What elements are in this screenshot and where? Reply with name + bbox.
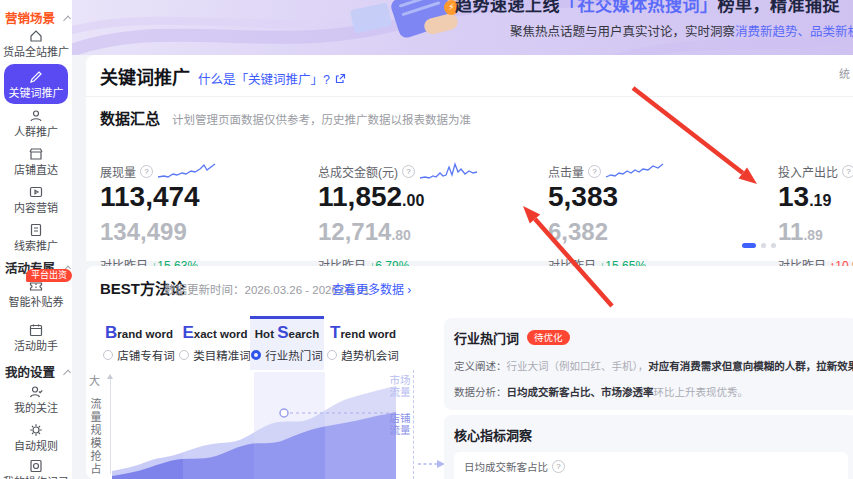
- home-icon: [28, 28, 44, 44]
- view-more-data-link[interactable]: 查看更多数据 ›: [332, 280, 411, 297]
- platform-funded-badge: 平台出资: [26, 269, 72, 282]
- definition-line: 定义阐述：行业大词（例如口红、手机），对应有消费需求但意向模糊的人群，拉新效果显…: [454, 358, 848, 373]
- info-icon[interactable]: ?: [588, 165, 601, 178]
- what-is-keyword-promotion-link[interactable]: 什么是「关键词推广」?: [198, 69, 346, 88]
- external-link-icon: [334, 73, 346, 85]
- sidebar-item-operation-log[interactable]: 我的操作记录: [0, 458, 72, 479]
- metric-impressions: 展现量? 113,474 134,499 对比昨日 ↓15.63%: [100, 161, 325, 273]
- traffic-area-chart: [112, 372, 396, 479]
- sidebar-item-leads-promotion[interactable]: 线索推广: [0, 222, 72, 253]
- sidebar-item-content-marketing[interactable]: 内容营销: [0, 184, 72, 215]
- gear-icon: [28, 422, 44, 438]
- core-panel-title: 核心指标洞察: [454, 425, 532, 444]
- to-optimize-badge: 待优化: [527, 330, 570, 345]
- shop-icon: [28, 146, 44, 162]
- sidebar-group-marketing-scenes[interactable]: 营销场景: [5, 8, 69, 27]
- radio-unselected[interactable]: [327, 350, 337, 360]
- tab-trend-word[interactable]: Trend word 趋势机会词: [326, 316, 400, 370]
- y-axis-title: 流量规模抢占: [87, 398, 103, 476]
- banner-title: 趋势速递上线「社交媒体热搜词」榜单，精准捕捉: [455, 0, 840, 16]
- page-title: 关键词推广: [100, 63, 190, 89]
- info-icon[interactable]: ?: [402, 165, 415, 178]
- sidebar-item-auto-rules[interactable]: 自动规则: [0, 422, 72, 453]
- info-icon[interactable]: ?: [552, 460, 565, 473]
- keyword-promotion-dashboard: ⚡ 趋势速递上线「社交媒体热搜词」榜单，精准捕捉 聚焦热点话题与用户真实讨论，实…: [0, 0, 853, 479]
- sidebar-item-keyword-promotion[interactable]: 关键词推广: [4, 64, 68, 104]
- sidebar-item-smart-subsidy-coupon[interactable]: 平台出资 智能补贴券: [0, 278, 72, 309]
- sidebar: 营销场景 货品全站推广 关键词推广 人群推广 店铺直达 内容营销 线索推广 活动…: [0, 0, 72, 479]
- store-traffic-label: 店铺流量: [388, 412, 412, 436]
- metric-clicks: 点击量? 5,383 6,382 对比昨日 ↓15.65%: [548, 161, 773, 273]
- industry-hot-words-panel: 行业热门词待优化 定义阐述：行业大词（例如口红、手机），对应有消费需求但意向模糊…: [444, 318, 853, 410]
- data-summary-title: 数据汇总: [100, 107, 160, 128]
- history-doc-icon: [28, 458, 44, 474]
- pagination-dot-active[interactable]: [742, 243, 756, 248]
- sidebar-item-audience-promotion[interactable]: 人群推广: [0, 108, 72, 139]
- radio-unselected[interactable]: [179, 350, 189, 360]
- y-axis: [110, 376, 111, 474]
- pen-icon: [28, 69, 44, 85]
- tab-brand-word[interactable]: Brand word 店铺专有词: [102, 316, 176, 370]
- vertical-dashed-guide: [413, 370, 414, 479]
- pagination-dot[interactable]: [761, 243, 766, 248]
- radio-selected[interactable]: [251, 350, 261, 360]
- tab-hot-search[interactable]: Hot Search 行业热门词: [250, 316, 324, 370]
- calendar-icon: [28, 322, 44, 338]
- metric-total-gmv: 总成交金额(元)? 11,852.00 12,714.80 对比昨日 ↓6.79…: [318, 161, 543, 273]
- sidebar-group-my-settings[interactable]: 我的设置: [5, 362, 69, 381]
- y-axis-max-label: 大: [89, 372, 100, 388]
- data-summary-note: 计划管理页面数据仅供参考，历史推广数据以报表数据为准: [172, 111, 471, 127]
- market-traffic-label: 市场流量: [388, 374, 412, 398]
- metric-roi: 投入产出比? 13.19 11.89 对比昨日 ↑10.93%: [778, 161, 853, 273]
- info-icon[interactable]: ?: [140, 165, 153, 178]
- sidebar-item-my-follows[interactable]: 我的关注: [0, 384, 72, 415]
- core-indicator-card: 日均成交新客占比? 39.83%环比-5.25%? 同行同层均值 34.34%: [454, 452, 848, 479]
- media-play-icon: [28, 184, 44, 200]
- radio-unselected[interactable]: [103, 350, 113, 360]
- promo-banner[interactable]: ⚡ 趋势速递上线「社交媒体热搜词」榜单，精准捕捉 聚焦热点话题与用户真实讨论，实…: [72, 0, 853, 55]
- best-methodology-card: BEST方法论 数据更新时间：2026.03.26 - 2026.04.01 查…: [86, 266, 853, 479]
- metrics-pagination: [742, 243, 776, 248]
- data-summary-card: 关键词推广 什么是「关键词推广」? 统 数据汇总 计划管理页面数据仅供参考，历史…: [86, 55, 853, 261]
- impressions-sparkline: [157, 161, 217, 181]
- industry-panel-title: 行业热门词: [454, 328, 519, 347]
- document-icon: [28, 222, 44, 238]
- core-indicator-panel: 核心指标洞察 日均成交新客占比? 39.83%环比-5.25%? 同行同层均值 …: [444, 415, 853, 479]
- sidebar-item-product-sitewide[interactable]: 货品全站推广: [0, 28, 72, 59]
- sidebar-item-shop-direct[interactable]: 店铺直达: [0, 146, 72, 177]
- divider: [86, 96, 853, 97]
- info-icon[interactable]: ?: [842, 165, 853, 178]
- clicks-sparkline: [605, 161, 665, 181]
- banner-subtitle: 聚焦热点话题与用户真实讨论，实时洞察消费新趋势、品类新机会: [510, 21, 853, 40]
- pagination-dot[interactable]: [771, 243, 776, 248]
- clipped-corner-text: 统: [839, 65, 850, 81]
- data-analysis-line: 数据分析：日均成交新客占比、市场渗透率环比上升表现优秀。: [454, 384, 848, 399]
- chevron-up-icon: [63, 369, 71, 377]
- chevron-up-icon: [63, 15, 71, 23]
- sidebar-item-activity-assistant[interactable]: 活动助手: [0, 322, 72, 353]
- dashed-arrow-icon: [418, 459, 446, 469]
- person-icon: [28, 108, 44, 124]
- tab-exact-word[interactable]: Exact word 类目精准词: [178, 316, 252, 370]
- person-check-icon: [28, 384, 44, 400]
- gmv-sparkline: [419, 161, 479, 181]
